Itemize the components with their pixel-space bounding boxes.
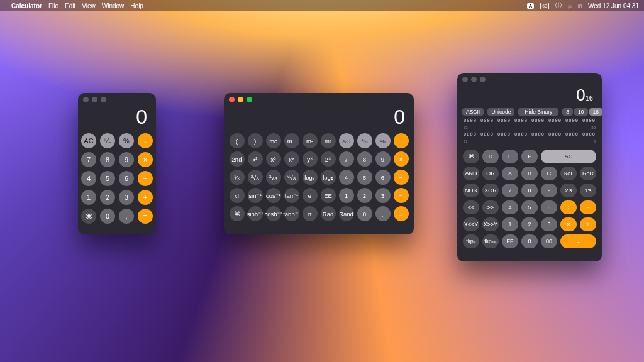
key-1-s[interactable]: 1's	[580, 184, 596, 197]
key-[interactable]: ⌘	[463, 150, 479, 163]
key-8[interactable]: 8	[357, 151, 372, 167]
key-x[interactable]: ʸ√x	[284, 170, 299, 185]
bit-nibble[interactable]: 0000	[464, 118, 477, 123]
key-[interactable]: =	[138, 209, 153, 224]
key-[interactable]: =	[560, 234, 596, 248]
minimize-icon[interactable]	[92, 97, 97, 102]
key-1[interactable]: 1	[502, 217, 518, 231]
key-2[interactable]: 2	[100, 190, 115, 205]
key-tan[interactable]: tan⁻¹	[284, 188, 299, 203]
key-[interactable]: ¹∕ₓ	[230, 170, 245, 185]
key-mr[interactable]: mr	[321, 133, 336, 148]
zoom-icon[interactable]	[247, 97, 252, 102]
key-[interactable]: ⁺∕₋	[100, 133, 115, 148]
key-x[interactable]: x!	[230, 188, 245, 203]
bit-nibble[interactable]: 0000	[582, 118, 596, 123]
bit-nibble[interactable]: 0000	[531, 118, 545, 123]
app-name[interactable]: Calculator	[11, 3, 42, 9]
battery-icon[interactable]: 63	[540, 3, 549, 9]
bit-nibble[interactable]: 0000	[480, 118, 494, 123]
bit-nibble[interactable]: 0000	[582, 132, 596, 137]
key-7[interactable]: 7	[81, 152, 96, 167]
key-flip[interactable]: flip₈	[463, 234, 479, 248]
key-[interactable]: +	[394, 188, 409, 203]
menu-help[interactable]: Help	[130, 3, 143, 9]
key-[interactable]: %	[119, 133, 134, 148]
minimize-icon[interactable]	[471, 77, 477, 82]
key-[interactable]: >>	[482, 200, 499, 214]
key-ff[interactable]: FF	[502, 234, 518, 248]
key-cosh[interactable]: cosh⁻¹	[266, 206, 281, 221]
key-flip[interactable]: flip₁₆	[482, 234, 499, 248]
key-[interactable]: <<	[463, 200, 479, 214]
key-9[interactable]: 9	[119, 152, 134, 167]
key-or[interactable]: OR	[482, 167, 499, 180]
key-9[interactable]: 9	[541, 184, 557, 197]
key-2[interactable]: 2	[521, 217, 538, 231]
input-source-icon[interactable]: A	[527, 3, 534, 9]
key-[interactable]: ⌘	[81, 209, 96, 224]
key-[interactable]: ÷	[394, 133, 409, 148]
key-6[interactable]: 6	[541, 200, 557, 214]
key-[interactable]: −	[580, 200, 596, 214]
key-rol[interactable]: RoL	[560, 167, 577, 180]
key-[interactable]: ⁺∕₋	[357, 133, 372, 148]
key-3[interactable]: 3	[541, 217, 557, 231]
key-4[interactable]: 4	[502, 200, 518, 214]
key-00[interactable]: 00	[541, 234, 557, 248]
key-1[interactable]: 1	[339, 188, 354, 203]
key-[interactable]: ×	[394, 151, 409, 167]
info-icon[interactable]: ⓘ	[555, 1, 562, 10]
key-mc[interactable]: mc	[266, 133, 281, 148]
key-sinh[interactable]: sinh⁻¹	[248, 206, 263, 221]
hide-binary-button[interactable]: Hide Binary	[518, 108, 558, 116]
close-icon[interactable]	[462, 77, 468, 82]
control-center-icon[interactable]: ⎚	[578, 3, 582, 9]
key-[interactable]: −	[138, 171, 153, 186]
unicode-button[interactable]: Unicode	[487, 108, 514, 116]
key-5[interactable]: 5	[357, 170, 372, 185]
key-ac[interactable]: AC	[81, 133, 96, 148]
bit-nibble[interactable]: 0000	[514, 118, 528, 123]
menu-file[interactable]: File	[48, 3, 58, 9]
key-8[interactable]: 8	[521, 184, 538, 197]
key-d[interactable]: D	[482, 150, 499, 163]
base-8-button[interactable]: 8	[562, 108, 573, 116]
bit-nibble[interactable]: 0000	[548, 118, 562, 123]
key-9[interactable]: 9	[375, 151, 391, 167]
zoom-icon[interactable]	[480, 77, 486, 82]
key-[interactable]: (	[230, 133, 245, 148]
key-6[interactable]: 6	[119, 171, 134, 186]
key-e[interactable]: e	[303, 188, 318, 203]
key-ac[interactable]: AC	[339, 133, 354, 148]
ascii-button[interactable]: ASCII	[462, 108, 484, 116]
key-ee[interactable]: EE	[321, 188, 336, 203]
key-x[interactable]: x³	[266, 151, 281, 167]
key-[interactable]: ,	[119, 209, 134, 224]
key-e[interactable]: E	[502, 150, 518, 163]
key-[interactable]: ×	[138, 152, 153, 167]
key-cos[interactable]: cos⁻¹	[266, 188, 281, 203]
bit-nibble[interactable]: 0000	[565, 132, 579, 137]
key-tanh[interactable]: tanh⁻¹	[284, 206, 299, 221]
key-4[interactable]: 4	[339, 170, 354, 185]
bit-nibble[interactable]: 0000	[497, 132, 511, 137]
menu-edit[interactable]: Edit	[65, 3, 75, 9]
key-2[interactable]: 2	[357, 188, 372, 203]
key-ac[interactable]: AC	[541, 150, 596, 163]
key-log[interactable]: log₂	[321, 170, 336, 185]
base-10-button[interactable]: 10	[574, 108, 587, 116]
key-[interactable]: ÷	[560, 200, 577, 214]
key-2-s[interactable]: 2's	[560, 184, 577, 197]
key-x[interactable]: ²√x	[248, 170, 263, 185]
menu-view[interactable]: View	[82, 3, 96, 9]
zoom-icon[interactable]	[101, 97, 106, 102]
minimize-icon[interactable]	[238, 97, 243, 102]
bit-nibble[interactable]: 0000	[480, 132, 494, 137]
key-[interactable]: ÷	[138, 133, 153, 148]
close-icon[interactable]	[83, 97, 89, 102]
key-[interactable]: ×	[560, 217, 577, 231]
key-0[interactable]: 0	[521, 234, 538, 248]
key-[interactable]: +	[138, 190, 153, 205]
key-x[interactable]: x²	[248, 151, 263, 167]
